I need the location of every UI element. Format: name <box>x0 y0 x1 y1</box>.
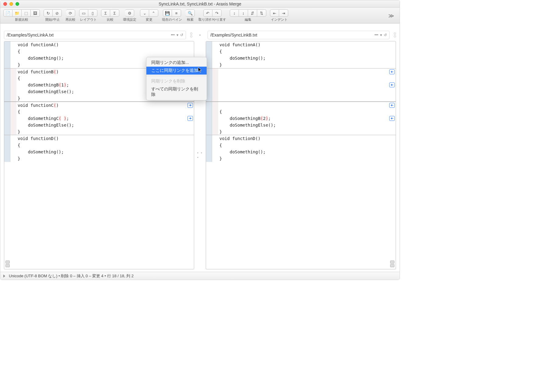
sigma-button[interactable]: Σ <box>101 9 110 17</box>
merge-left-icon[interactable] <box>389 116 395 121</box>
code-line[interactable]: { <box>206 48 396 55</box>
merge-left-icon[interactable] <box>389 82 395 87</box>
menu-separator <box>146 76 207 76</box>
ellipsis-icon[interactable]: ••• <box>171 33 175 37</box>
code-line[interactable] <box>206 82 396 88</box>
code-text: } <box>218 129 222 134</box>
code-text: void functionC() <box>16 103 59 108</box>
pathbar: /Examples/SyncLinkA.txt ••• ▾ ↺ • /Examp… <box>0 31 400 41</box>
recompare-button[interactable]: ⟳ <box>66 9 75 17</box>
sigma2-button[interactable]: Σ <box>110 9 119 17</box>
code-line[interactable]: { <box>4 48 194 55</box>
right-path-field[interactable]: /Examples/SyncLinkB.txt ••• ▾ ↺ <box>208 31 390 39</box>
new-binary-button[interactable]: ⬚ <box>22 9 31 17</box>
right-pane[interactable]: void functionA(){ doSomething();}{ doSom… <box>206 41 396 269</box>
code-line[interactable]: void functionD() <box>4 135 194 142</box>
right-drag-handle[interactable] <box>394 33 396 37</box>
new-image-button[interactable]: 🖼 <box>31 9 40 17</box>
toolbar-label: 新規比較 <box>15 17 28 22</box>
code-line[interactable]: doSomethingElse(); <box>206 122 396 128</box>
code-line[interactable]: doSomethingElse(); <box>4 122 194 128</box>
code-line[interactable]: } <box>4 128 194 135</box>
code-line[interactable]: { <box>206 142 396 149</box>
edit3-button[interactable]: ⇵ <box>248 9 257 17</box>
left-drag-handle[interactable] <box>190 33 192 37</box>
code-line[interactable]: doSomethingC( ); <box>4 115 194 122</box>
toolbar: 📄📁⬚🖼新規比較↻⊘開始/中止⟳再比較▭▯レイアウトΣΣ比較⚙環境設定⌄⌃変更💾… <box>0 8 400 23</box>
layout-v-button[interactable]: ▯ <box>88 9 97 17</box>
code-text: doSomething(); <box>16 149 64 154</box>
code-text: doSomethingElse(); <box>16 89 74 94</box>
merge-left-icon[interactable] <box>389 69 395 74</box>
code-line[interactable]: { <box>4 142 194 149</box>
history-icon[interactable]: ↺ <box>384 33 387 37</box>
code-line[interactable]: { <box>206 108 396 115</box>
merge-right-icon[interactable] <box>187 103 193 108</box>
code-text: } <box>218 156 222 161</box>
zoom-icon[interactable] <box>16 2 19 6</box>
context-menu-item[interactable]: すべての同期リンクを削除 <box>146 85 207 99</box>
code-text: { <box>16 49 20 54</box>
code-text: doSomething(); <box>218 56 266 61</box>
history-icon[interactable]: ↺ <box>180 33 183 37</box>
search-button[interactable]: 🔍 <box>186 9 195 17</box>
code-line[interactable]: } <box>206 61 396 68</box>
outdent-button[interactable]: ⇤ <box>270 9 279 17</box>
code-line[interactable] <box>206 68 396 75</box>
code-line[interactable]: void functionC() <box>4 102 194 108</box>
statusbar-disclosure-icon[interactable] <box>3 275 5 278</box>
edit1-button[interactable]: ↕ <box>230 9 239 17</box>
undo-button[interactable]: ↶ <box>203 9 212 17</box>
save-button[interactable]: 💾 <box>163 9 172 17</box>
code-line[interactable] <box>206 102 396 108</box>
left-path-field[interactable]: /Examples/SyncLinkA.txt ••• ▾ ↺ <box>4 31 186 39</box>
code-line[interactable] <box>206 88 396 95</box>
code-line[interactable]: } <box>206 155 396 162</box>
toolbar-group: ⚙環境設定 <box>123 9 136 22</box>
toolbar-label: 比較 <box>107 17 114 22</box>
code-line[interactable]: doSomething(); <box>206 55 396 61</box>
code-line[interactable]: doSomething(); <box>4 149 194 155</box>
ellipsis-icon[interactable]: ••• <box>374 33 378 37</box>
code-line[interactable]: doSomethingB(2); <box>206 115 396 122</box>
toolbar-label: レイアウト <box>80 17 97 22</box>
code-text: doSomething(); <box>218 149 266 154</box>
code-line[interactable]: void functionA() <box>206 41 396 48</box>
code-line[interactable] <box>206 95 396 102</box>
redo-button[interactable]: ↷ <box>212 9 222 17</box>
code-line[interactable]: void functionA() <box>4 41 194 48</box>
code-line[interactable]: { <box>4 108 194 115</box>
chevron-down-icon[interactable]: ▾ <box>177 33 178 37</box>
code-line[interactable]: void functionD() <box>206 135 396 142</box>
stop-button[interactable]: ⊘ <box>53 9 62 17</box>
right-nav-buttons[interactable] <box>390 261 394 267</box>
merge-right-icon[interactable] <box>187 116 193 121</box>
left-nav-buttons[interactable] <box>5 261 10 267</box>
new-folder-button[interactable]: 📁 <box>12 9 22 17</box>
next-change-button[interactable]: ⌃ <box>149 9 158 17</box>
code-line[interactable]: doSomething(); <box>206 149 396 155</box>
prev-change-button[interactable]: ⌄ <box>140 9 149 17</box>
code-line[interactable]: } <box>206 128 396 135</box>
toolbar-label: 開始/中止 <box>45 17 60 22</box>
minimize-icon[interactable] <box>9 2 13 6</box>
toolbar-label: 取り消す/やり直す <box>198 17 226 22</box>
edit4-button[interactable]: ⇅ <box>257 9 266 17</box>
chevron-down-icon[interactable]: ▾ <box>380 33 382 37</box>
toolbar-overflow-icon[interactable]: ≫ <box>386 12 397 19</box>
edit2-button[interactable]: ↕ <box>239 9 248 17</box>
code-text: void functionD() <box>218 136 261 141</box>
indent-button[interactable]: ⇥ <box>279 9 288 17</box>
code-line[interactable] <box>206 75 396 82</box>
layout-h-button[interactable]: ▭ <box>79 9 88 17</box>
close-icon[interactable] <box>3 2 7 6</box>
stamp-button[interactable]: ≡ <box>172 9 181 17</box>
merge-left-icon[interactable] <box>389 103 395 108</box>
gear-button[interactable]: ⚙ <box>125 9 134 17</box>
new-text-button[interactable]: 📄 <box>3 9 12 17</box>
toolbar-group: ↶↷取り消す/やり直す <box>198 9 226 22</box>
code-line[interactable]: } <box>4 155 194 162</box>
toolbar-group: 📄📁⬚🖼新規比較 <box>3 9 40 22</box>
start-button[interactable]: ↻ <box>44 9 53 17</box>
context-menu-item[interactable]: 同期リンクの追加... <box>146 59 207 67</box>
